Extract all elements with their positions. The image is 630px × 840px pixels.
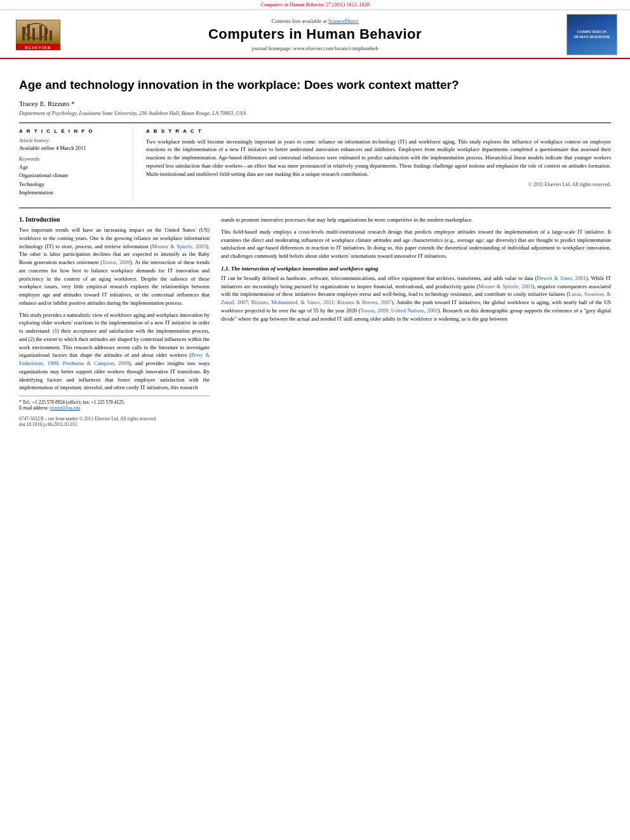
svg-rect-6 <box>50 30 52 41</box>
journal-main-title: Computers in Human Behavior <box>76 26 554 43</box>
author-name: Tracey E. Rizzuto * <box>19 100 611 107</box>
svg-rect-4 <box>39 25 42 41</box>
cover-label: COMPUTERS IN HUMAN BEHAVIOR <box>570 30 614 40</box>
elsevier-logo: ELSEVIER <box>13 20 64 50</box>
right-para1: stands to promote innovative processes t… <box>221 216 611 224</box>
article-history-field: Article history: Available online 4 Marc… <box>19 138 123 151</box>
issn-line: 0747-5632/$ – see front matter © 2011 El… <box>19 416 210 427</box>
right-column: stands to promote innovative processes t… <box>221 216 611 427</box>
intro-para1: Two important trends will have an increa… <box>19 226 210 307</box>
ref-toossi-2009b[interactable]: Toossi, 2009; United Nations, 2002 <box>360 307 438 314</box>
article-info-label: A R T I C L E I N F O <box>19 128 123 134</box>
journal-homepage: journal homepage: www.elsevier.com/locat… <box>76 45 554 51</box>
article-body: Age and technology innovation in the wor… <box>0 59 630 437</box>
keyword-technology: Technology <box>19 180 123 189</box>
svg-rect-0 <box>22 27 25 41</box>
keyword-org-climate: Organizational climate <box>19 171 123 180</box>
ref-dewett-2001[interactable]: Dewett & Jones, 2001 <box>537 275 586 281</box>
left-column: 1. Introduction Two important trends wil… <box>19 216 210 427</box>
keywords-field: Keywords: Age Organizational climate Tec… <box>19 156 123 197</box>
footnote-contact: Tel.: +1 225 578 8924 (office); fax: +1 … <box>23 399 125 405</box>
ref-mosner-2003[interactable]: Mosner & Spiezle, 2003 <box>152 243 206 250</box>
keywords-list: Age Organizational climate Technology Im… <box>19 163 123 197</box>
ref-mosner-2003b[interactable]: Mosner & Spiezle, 2003 <box>478 283 532 290</box>
ref-perry-1999[interactable]: Perry & Finkelstein, 1999; Posthuma & Ca… <box>19 352 210 366</box>
keyword-implementation: Implementation <box>19 189 123 197</box>
subsection-1-1-heading: 1.1. The intersection of workplace innov… <box>221 265 611 272</box>
footnote-email-label: E-mail address: <box>19 405 49 411</box>
right-para2: This field-based study employs a cross-l… <box>221 228 611 260</box>
contents-note: Contents lists available at ScienceDirec… <box>76 18 554 24</box>
subsection-1-1-text: IT can be broadly defined as hardware, s… <box>221 274 611 323</box>
abstract-label: A B S T R A C T <box>146 128 611 134</box>
footnote-symbol: * <box>19 399 22 405</box>
author-affiliation: Department of Psychology, Louisiana Stat… <box>19 110 611 116</box>
keyword-age: Age <box>19 163 123 172</box>
citation-bar: Computers in Human Behavior 27 (2011) 16… <box>0 0 630 10</box>
ref-toossi-2009[interactable]: Toossi, 2009 <box>102 259 130 265</box>
citation-text: Computers in Human Behavior 27 (2011) 16… <box>261 2 370 8</box>
page-wrapper: Computers in Human Behavior 27 (2011) 16… <box>0 0 630 840</box>
footnote-email[interactable]: trizzut@lsu.edu <box>50 405 81 411</box>
copyright-line: © 2011 Elsevier Ltd. All rights reserved… <box>146 182 611 187</box>
footnote: * Tel.: +1 225 578 8924 (office); fax: +… <box>19 396 210 411</box>
main-content: 1. Introduction Two important trends wil… <box>19 216 611 427</box>
abstract-text: Two workplace trends will become increas… <box>146 138 611 178</box>
journal-title-block: Contents lists available at ScienceDirec… <box>64 18 566 51</box>
abstract-col: A B S T R A C T Two workplace trends wil… <box>146 128 611 203</box>
sciencedirect-link[interactable]: ScienceDirect <box>328 18 359 24</box>
ref-lucas-2007[interactable]: Lucas, Swanson, & Zmud, 2007; Rizzuto, M… <box>221 291 611 305</box>
article-info-col: A R T I C L E I N F O Article history: A… <box>19 128 133 203</box>
article-title: Age and technology innovation in the wor… <box>19 77 611 93</box>
article-meta-row: A R T I C L E I N F O Article history: A… <box>19 123 611 208</box>
svg-rect-5 <box>44 28 47 41</box>
journal-header: ELSEVIER Contents lists available at Sci… <box>0 10 630 59</box>
journal-cover-image: COMPUTERS IN HUMAN BEHAVIOR <box>566 14 617 55</box>
intro-para2: This study provides a naturalistic view … <box>19 311 210 392</box>
intro-heading: 1. Introduction <box>19 216 210 223</box>
elsevier-label: ELSEVIER <box>16 44 60 50</box>
